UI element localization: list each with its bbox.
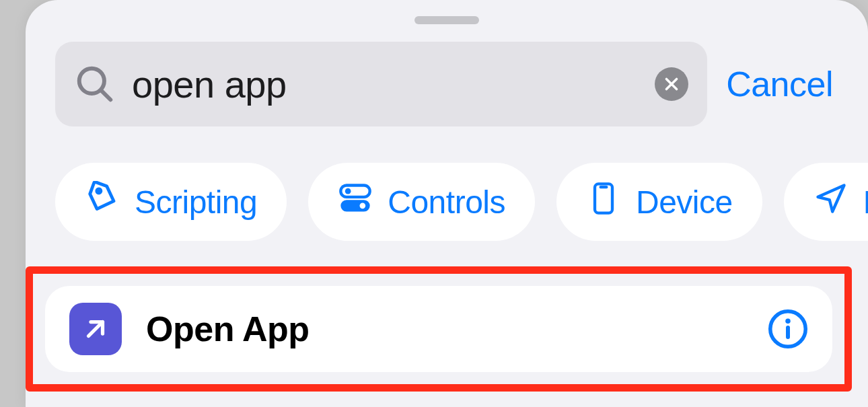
location-icon — [813, 181, 848, 223]
svg-line-1 — [101, 90, 110, 100]
svg-line-11 — [89, 322, 103, 336]
search-icon — [74, 63, 116, 105]
search-input[interactable] — [132, 42, 655, 126]
chip-label: Controls — [388, 184, 505, 221]
cancel-button[interactable]: Cancel — [726, 64, 838, 104]
svg-point-6 — [345, 188, 351, 194]
svg-point-13 — [785, 319, 791, 324]
result-open-app[interactable]: Open App — [45, 286, 832, 372]
category-chips: Scripting Controls Device — [26, 126, 868, 241]
search-field[interactable] — [55, 42, 707, 126]
result-title: Open App — [146, 309, 744, 349]
svg-point-4 — [96, 188, 102, 194]
chip-label: Device — [636, 184, 733, 221]
annotation-highlight: Open App — [26, 266, 852, 392]
svg-point-8 — [360, 202, 366, 209]
chip-label: Scripting — [135, 184, 257, 221]
tag-icon — [85, 181, 120, 223]
chip-location[interactable]: Lo — [784, 163, 868, 241]
toggle-icon — [338, 181, 373, 223]
chip-controls[interactable]: Controls — [308, 163, 535, 241]
search-row: Cancel — [26, 42, 868, 126]
action-picker-sheet: Cancel Scripting Controls — [26, 0, 868, 407]
clear-search-button[interactable] — [655, 67, 688, 101]
sheet-grabber[interactable] — [414, 16, 479, 24]
chip-scripting[interactable]: Scripting — [55, 163, 287, 241]
info-button[interactable] — [768, 309, 808, 349]
svg-rect-7 — [341, 200, 370, 211]
phone-icon — [586, 181, 621, 223]
chip-label: Lo — [863, 184, 868, 221]
chip-device[interactable]: Device — [556, 163, 762, 241]
svg-rect-14 — [786, 326, 790, 339]
arrow-out-icon — [69, 303, 122, 355]
results-list: Open App — [26, 241, 868, 392]
